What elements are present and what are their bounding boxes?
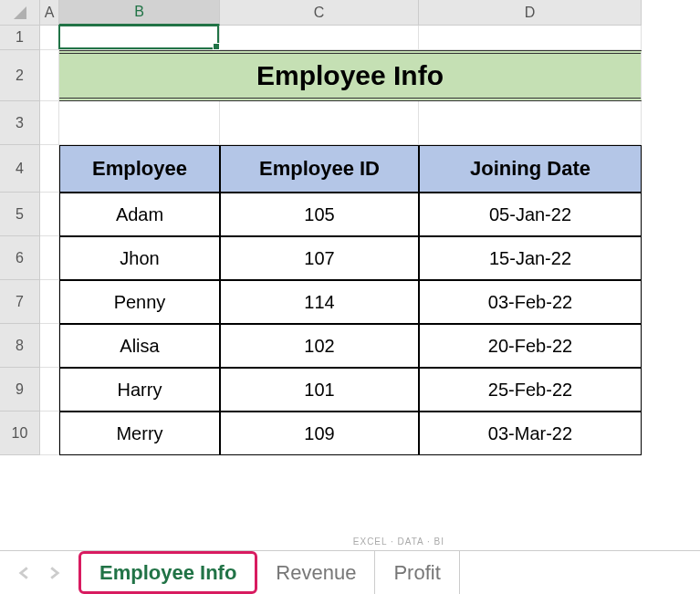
title-cell[interactable]: Employee Info [59, 50, 642, 101]
row-header-10[interactable]: 10 [0, 412, 40, 455]
table-row[interactable]: 05-Jan-22 [419, 193, 642, 236]
row-header-1[interactable]: 1 [0, 26, 40, 50]
row-header-2[interactable]: 2 [0, 50, 40, 101]
table-row[interactable]: Alisa [59, 324, 220, 368]
row-headers: 12345678910 [0, 26, 40, 455]
row-header-8[interactable]: 8 [0, 324, 40, 368]
table-row[interactable]: 105 [220, 193, 419, 236]
cell-A6[interactable] [40, 236, 59, 280]
row-header-3[interactable]: 3 [0, 101, 40, 145]
table-header-0[interactable]: Employee [59, 145, 220, 193]
watermark-text: EXCEL · DATA · BI [353, 537, 444, 547]
table-row[interactable]: Merry [59, 412, 220, 455]
cell-C1[interactable] [220, 26, 419, 50]
row-header-6[interactable]: 6 [0, 236, 40, 280]
table-row[interactable]: 107 [220, 236, 419, 280]
row-header-4[interactable]: 4 [0, 145, 40, 193]
column-header-D[interactable]: D [419, 0, 642, 26]
column-header-A[interactable]: A [40, 0, 59, 26]
tab-list: Employee InfoRevenueProfit [78, 551, 460, 594]
table-row[interactable]: 101 [220, 368, 419, 412]
cell-A2[interactable] [40, 50, 59, 101]
table-header-1[interactable]: Employee ID [220, 145, 419, 193]
table-row[interactable]: 03-Feb-22 [419, 280, 642, 324]
sheet-tab-employee-info[interactable]: Employee Info [78, 551, 257, 594]
cell-A8[interactable] [40, 324, 59, 368]
table-row[interactable]: 109 [220, 412, 419, 455]
select-all-corner[interactable] [0, 0, 40, 26]
row-header-9[interactable]: 9 [0, 368, 40, 412]
table-header-2[interactable]: Joining Date [419, 145, 642, 193]
sheet-tab-bar: Employee InfoRevenueProfit [0, 550, 700, 594]
row-header-7[interactable]: 7 [0, 280, 40, 324]
row-header-5[interactable]: 5 [0, 193, 40, 236]
table-row[interactable]: Jhon [59, 236, 220, 280]
cell-B1[interactable] [59, 26, 220, 50]
cell-D3[interactable] [419, 101, 642, 145]
tab-navigation [0, 551, 78, 594]
cell-A5[interactable] [40, 193, 59, 236]
table-row[interactable]: 03-Mar-22 [419, 412, 642, 455]
table-row[interactable]: 25-Feb-22 [419, 368, 642, 412]
sheet-tab-revenue[interactable]: Revenue [257, 551, 375, 594]
cell-D1[interactable] [419, 26, 642, 50]
table-row[interactable]: 15-Jan-22 [419, 236, 642, 280]
spreadsheet-grid[interactable]: Employee InfoEmployeeEmployee IDJoining … [40, 26, 642, 455]
tab-next-icon[interactable] [47, 567, 60, 579]
column-header-B[interactable]: B [59, 0, 220, 26]
table-row[interactable]: 114 [220, 280, 419, 324]
table-row[interactable]: Adam [59, 193, 220, 236]
table-row[interactable]: 20-Feb-22 [419, 324, 642, 368]
cell-A4[interactable] [40, 145, 59, 193]
column-headers: ABCD [40, 0, 642, 26]
tab-prev-icon[interactable] [18, 567, 31, 579]
cell-A3[interactable] [40, 101, 59, 145]
cell-A9[interactable] [40, 368, 59, 412]
table-row[interactable]: 102 [220, 324, 419, 368]
table-row[interactable]: Penny [59, 280, 220, 324]
cell-A10[interactable] [40, 412, 59, 455]
cell-C3[interactable] [220, 101, 419, 145]
table-row[interactable]: Harry [59, 368, 220, 412]
cell-A7[interactable] [40, 280, 59, 324]
cell-B3[interactable] [59, 101, 220, 145]
sheet-tab-profit[interactable]: Profit [375, 551, 459, 594]
column-header-C[interactable]: C [220, 0, 419, 26]
cell-A1[interactable] [40, 26, 59, 50]
